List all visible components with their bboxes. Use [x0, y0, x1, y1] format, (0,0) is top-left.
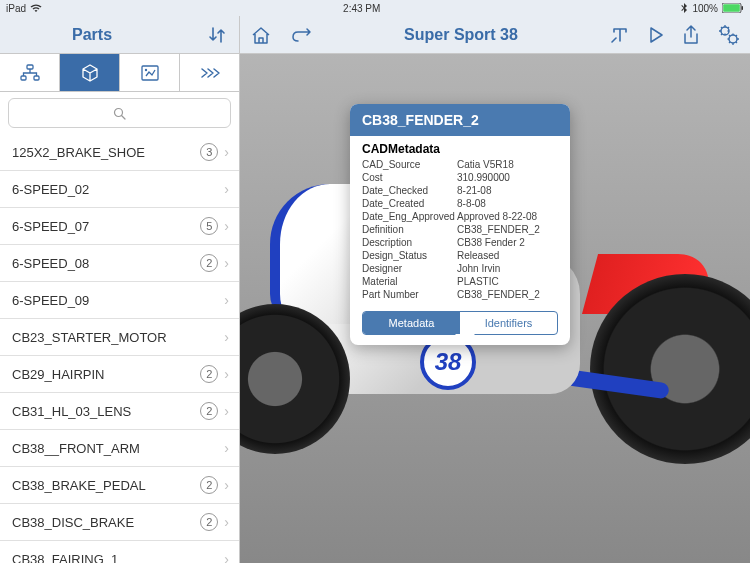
part-name: CB23_STARTER_MOTOR: [12, 330, 167, 345]
metadata-value: Released: [457, 250, 558, 261]
metadata-row: Part NumberCB38_FENDER_2: [362, 288, 558, 301]
chevron-right-icon: ›: [224, 366, 229, 382]
part-name: CB29_HAIRPIN: [12, 367, 104, 382]
count-badge: 5: [200, 217, 218, 235]
metadata-value: CB38_FENDER_2: [457, 224, 558, 235]
redo-icon[interactable]: [290, 25, 312, 45]
battery-icon: [722, 3, 744, 13]
metadata-key: Part Number: [362, 289, 457, 300]
metadata-key: Cost: [362, 172, 457, 183]
metadata-value: 8-21-08: [457, 185, 558, 196]
svg-rect-4: [21, 76, 26, 80]
part-name: 125X2_BRAKE_SHOE: [12, 145, 145, 160]
chevron-right-icon: ›: [224, 255, 229, 271]
play-icon[interactable]: [648, 26, 664, 44]
home-icon[interactable]: [250, 25, 272, 45]
tab-views[interactable]: [120, 54, 180, 91]
tab-more[interactable]: [180, 54, 239, 91]
part-item[interactable]: CB38_DISC_BRAKE2›: [0, 504, 239, 541]
part-item[interactable]: 6-SPEED_09›: [0, 282, 239, 319]
settings-icon[interactable]: [718, 24, 740, 46]
svg-rect-5: [34, 76, 39, 80]
metadata-value: CB38_FENDER_2: [457, 289, 558, 300]
metadata-row: DefinitionCB38_FENDER_2: [362, 223, 558, 236]
tab-tree[interactable]: [0, 54, 60, 91]
popup-body: CAD_SourceCatia V5R18Cost310.990000Date_…: [350, 158, 570, 305]
count-badge: 2: [200, 402, 218, 420]
model-viewport[interactable]: 38 CB38_FENDER_2 CADMetadata CAD_SourceC…: [240, 54, 750, 563]
part-name: CB38_DISC_BRAKE: [12, 515, 134, 530]
metadata-key: CAD_Source: [362, 159, 457, 170]
part-name: CB38__FRONT_ARM: [12, 441, 140, 456]
battery-label: 100%: [692, 3, 718, 14]
popup-tabs: Metadata Identifiers: [362, 311, 558, 335]
svg-rect-1: [723, 4, 740, 12]
chevron-right-icon: ›: [224, 440, 229, 456]
viewport-panel: Super Sport 38: [240, 16, 750, 563]
viewport-header: Super Sport 38: [240, 16, 750, 54]
sort-icon[interactable]: [207, 25, 227, 45]
chevron-right-icon: ›: [224, 181, 229, 197]
part-item[interactable]: CB38__FRONT_ARM›: [0, 430, 239, 467]
metadata-key: Date_Checked: [362, 185, 457, 196]
count-badge: 3: [200, 143, 218, 161]
metadata-row: Cost310.990000: [362, 171, 558, 184]
text-tool-icon[interactable]: [610, 25, 630, 45]
part-item[interactable]: 6-SPEED_075›: [0, 208, 239, 245]
status-bar: iPad 2:43 PM 100%: [0, 0, 750, 16]
chevron-right-icon: ›: [224, 551, 229, 563]
document-title: Super Sport 38: [312, 26, 610, 44]
svg-rect-3: [27, 65, 33, 69]
status-time: 2:43 PM: [343, 3, 380, 14]
part-name: CB38_BRAKE_PEDAL: [12, 478, 146, 493]
metadata-popup: CB38_FENDER_2 CADMetadata CAD_SourceCati…: [350, 104, 570, 345]
part-item[interactable]: 6-SPEED_02›: [0, 171, 239, 208]
part-item[interactable]: CB31_HL_03_LENS2›: [0, 393, 239, 430]
parts-panel: Parts 125X2_BRAKE_SHOE3›6-SPEED_02: [0, 16, 240, 563]
tab-metadata[interactable]: Metadata: [363, 312, 460, 334]
wifi-icon: [30, 4, 42, 13]
metadata-row: Date_Eng_ApprovedApproved 8-22-08: [362, 210, 558, 223]
chevron-right-icon: ›: [224, 403, 229, 419]
metadata-key: Date_Created: [362, 198, 457, 209]
metadata-key: Design_Status: [362, 250, 457, 261]
part-item[interactable]: CB38_FAIRING_1›: [0, 541, 239, 563]
part-item[interactable]: CB29_HAIRPIN2›: [0, 356, 239, 393]
metadata-value: 310.990000: [457, 172, 558, 183]
popup-arrow: [455, 334, 475, 344]
metadata-value: PLASTIC: [457, 276, 558, 287]
part-name: 6-SPEED_08: [12, 256, 89, 271]
part-name: 6-SPEED_07: [12, 219, 89, 234]
parts-header: Parts: [0, 16, 239, 54]
metadata-key: Designer: [362, 263, 457, 274]
tab-cube[interactable]: [60, 54, 120, 91]
svg-point-7: [144, 68, 146, 70]
part-item[interactable]: CB23_STARTER_MOTOR›: [0, 319, 239, 356]
metadata-value: 8-8-08: [457, 198, 558, 209]
search-input[interactable]: [8, 98, 231, 128]
metadata-value: Catia V5R18: [457, 159, 558, 170]
metadata-row: DesignerJohn Irvin: [362, 262, 558, 275]
part-item[interactable]: 6-SPEED_082›: [0, 245, 239, 282]
metadata-value: Approved 8-22-08: [457, 211, 558, 222]
metadata-key: Material: [362, 276, 457, 287]
chevron-right-icon: ›: [224, 292, 229, 308]
svg-point-10: [729, 35, 737, 43]
part-name: 6-SPEED_09: [12, 293, 89, 308]
chevron-right-icon: ›: [224, 329, 229, 345]
part-item[interactable]: 125X2_BRAKE_SHOE3›: [0, 134, 239, 171]
bluetooth-icon: [681, 3, 688, 14]
metadata-row: CAD_SourceCatia V5R18: [362, 158, 558, 171]
search-icon: [113, 107, 126, 120]
tab-identifiers[interactable]: Identifiers: [460, 312, 557, 334]
chevron-right-icon: ›: [224, 477, 229, 493]
metadata-row: MaterialPLASTIC: [362, 275, 558, 288]
part-item[interactable]: CB38_BRAKE_PEDAL2›: [0, 467, 239, 504]
part-name: CB38_FAIRING_1: [12, 552, 118, 564]
count-badge: 2: [200, 365, 218, 383]
share-icon[interactable]: [682, 24, 700, 46]
chevron-right-icon: ›: [224, 218, 229, 234]
chevron-right-icon: ›: [224, 144, 229, 160]
count-badge: 2: [200, 513, 218, 531]
part-name: CB31_HL_03_LENS: [12, 404, 131, 419]
